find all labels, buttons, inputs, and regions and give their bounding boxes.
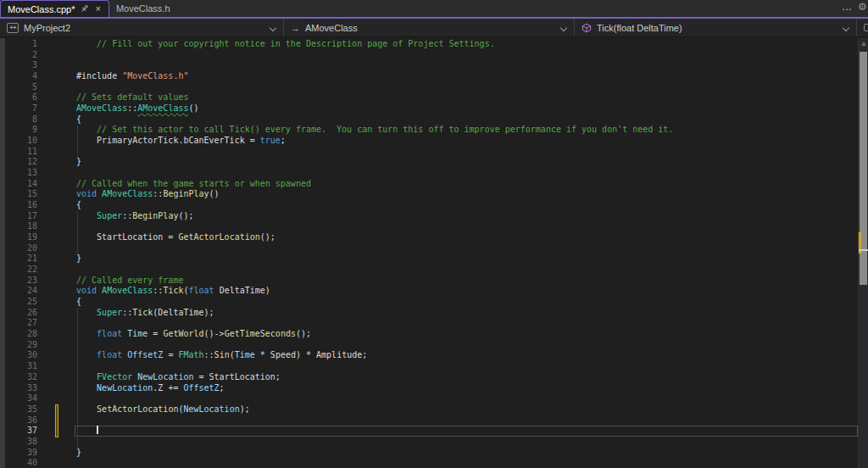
code-line-21[interactable]: } [75,254,858,265]
member-dropdown[interactable]: Tick(float DeltaTime) [575,19,857,36]
line-number[interactable]: 7 [5,103,37,114]
line-number[interactable]: 31 [5,361,37,372]
line-number[interactable]: 19 [5,232,37,243]
code-line-29[interactable] [75,340,858,351]
code-token: } [76,448,81,457]
code-line-26[interactable]: Super::Tick(DeltaTime); [75,308,858,319]
tab-moveclass-cpp[interactable]: MoveClass.cpp* × [0,0,109,17]
code-token: :: [204,350,214,359]
code-line-6[interactable]: // Sets default values [75,92,858,103]
line-number[interactable]: 37 [5,426,37,437]
line-number[interactable]: 36 [5,415,37,426]
code-line-34[interactable] [75,393,858,404]
line-number[interactable]: 14 [5,179,37,190]
line-number[interactable]: 10 [5,136,37,147]
line-number[interactable]: 12 [5,157,37,168]
code-line-30[interactable]: float OffsetZ = FMath::Sin(Time * Speed)… [75,350,858,361]
line-number[interactable]: 34 [5,393,37,404]
code-line-38[interactable] [75,437,858,448]
line-number[interactable]: 1 [5,39,37,50]
line-number[interactable]: 4 [5,71,37,82]
line-number[interactable]: 22 [5,265,37,276]
code-area[interactable]: // Fill out your copyright notice in the… [75,38,858,468]
code-line-10[interactable]: PrimaryActorTick.bCanEverTick = true; [75,136,858,147]
line-number[interactable]: 24 [5,286,37,297]
line-number[interactable]: 32 [5,372,37,383]
code-line-40[interactable] [75,458,858,468]
member-dropdown-label: Tick(float DeltaTime) [597,23,682,33]
code-line-9[interactable]: // Set this actor to call Tick() every f… [75,125,858,136]
editor-pane[interactable]: 1234567891011121314151617181920212223242… [0,38,868,468]
code-line-22[interactable] [75,265,858,276]
code-line-14[interactable]: // Called when the game starts or when s… [75,179,858,190]
code-line-39[interactable]: } [75,448,858,459]
code-line-32[interactable]: FVector NewLocation = StartLocation; [75,372,858,383]
code-line-24[interactable]: void AMoveClass::Tick(float DeltaTime) [75,286,858,297]
code-line-31[interactable] [75,361,858,372]
code-line-1[interactable]: // Fill out your copyright notice in the… [75,39,858,50]
code-line-28[interactable]: float Time = GetWorld()->GetTimeSeconds(… [75,329,858,340]
code-line-35[interactable]: SetActorLocation(NewLocation); [75,404,858,415]
code-line-3[interactable] [75,60,858,71]
code-line-5[interactable] [75,82,858,93]
code-line-18[interactable] [75,221,858,232]
pin-icon[interactable] [80,4,89,14]
line-number[interactable]: 13 [5,168,37,179]
line-number[interactable]: 21 [5,254,37,265]
line-number[interactable]: 28 [5,329,37,340]
code-line-4[interactable]: #include "MoveClass.h" [75,71,858,82]
code-line-36[interactable] [75,415,858,426]
line-number[interactable]: 5 [5,82,37,93]
line-number[interactable]: 35 [5,404,37,415]
tab-moveclass-h[interactable]: MoveClass.h [109,0,177,17]
line-number[interactable]: 16 [5,200,37,211]
line-number[interactable]: 26 [5,308,37,319]
code-line-16[interactable]: { [75,200,858,211]
code-line-19[interactable]: StartLocation = GetActorLocation(); [75,232,858,243]
code-line-23[interactable]: // Called every frame [75,276,858,287]
line-number[interactable]: 17 [5,211,37,222]
settings-gear-icon[interactable]: ⚙ [858,0,868,17]
code-line-33[interactable]: NewLocation.Z += OffsetZ; [75,383,858,394]
line-number[interactable]: 30 [5,350,37,361]
line-number[interactable]: 25 [5,297,37,308]
code-token [76,426,97,435]
code-token: BeginPlay [163,189,209,198]
code-line-37[interactable] [75,426,858,437]
line-number[interactable]: 38 [5,437,37,448]
line-number[interactable]: 20 [5,243,37,254]
line-number[interactable]: 18 [5,221,37,232]
overflow-menu-icon[interactable]: … [842,1,858,16]
code-line-27[interactable] [75,318,858,329]
project-dropdown[interactable]: ++ MyProject2 [0,19,284,36]
line-number[interactable]: 2 [5,50,37,61]
scrollbar-options[interactable] [857,19,868,36]
code-line-12[interactable]: } [75,157,858,168]
line-number[interactable]: 9 [5,125,37,136]
line-number[interactable]: 15 [5,189,37,200]
line-number[interactable]: 11 [5,147,37,158]
close-icon[interactable]: × [94,4,101,14]
vertical-scrollbar[interactable] [858,38,868,468]
code-line-20[interactable] [75,243,858,254]
line-number[interactable]: 23 [5,276,37,287]
code-line-25[interactable]: { [75,297,858,308]
line-number[interactable]: 40 [5,458,37,468]
code-line-17[interactable]: Super::BeginPlay(); [75,211,858,222]
scope-dropdown[interactable]: → AMoveClass [284,19,575,36]
scrollbar-up-arrow-icon[interactable] [861,42,866,46]
code-token: () [188,103,198,113]
line-number[interactable]: 6 [5,92,37,103]
line-number[interactable]: 8 [5,114,37,125]
code-line-7[interactable]: AMoveClass::AMoveClass() [75,103,858,114]
line-number[interactable]: 3 [5,60,37,71]
line-number[interactable]: 29 [5,340,37,351]
code-line-15[interactable]: void AMoveClass::BeginPlay() [75,189,858,200]
code-line-8[interactable]: { [75,114,858,125]
line-number[interactable]: 33 [5,383,37,394]
line-number[interactable]: 27 [5,318,37,329]
line-number[interactable]: 39 [5,448,37,459]
code-line-11[interactable] [75,147,858,158]
code-line-2[interactable] [75,50,858,61]
code-line-13[interactable] [75,168,858,179]
